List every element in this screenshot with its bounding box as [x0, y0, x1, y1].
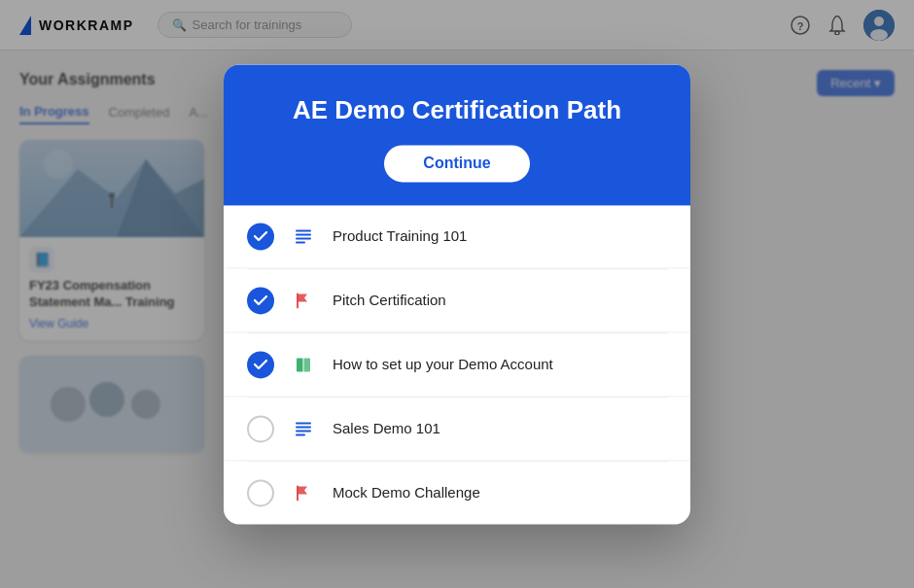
check-circle-2 — [247, 287, 274, 314]
svg-rect-29 — [303, 358, 310, 371]
course-icon-book-3 — [290, 351, 317, 378]
course-name-4: Sales Demo 101 — [333, 421, 440, 437]
modal-body: Product Training 101 Pitch Certifica — [224, 205, 690, 524]
course-icon-flag-5 — [290, 479, 317, 506]
course-icon-flag-2 — [290, 287, 317, 314]
svg-rect-28 — [297, 358, 303, 371]
svg-rect-31 — [296, 426, 311, 428]
modal-header: AE Demo Certification Path Continue — [224, 64, 690, 205]
check-circle-1 — [247, 223, 274, 250]
course-item-3: How to set up your Demo Account — [224, 333, 690, 397]
course-list: Product Training 101 Pitch Certifica — [224, 205, 690, 524]
course-item-5: Mock Demo Challenge — [224, 462, 690, 524]
course-name-3: How to set up your Demo Account — [333, 357, 553, 373]
empty-circle-5 — [247, 479, 274, 506]
continue-button[interactable]: Continue — [384, 145, 529, 182]
svg-rect-25 — [296, 233, 311, 235]
course-icon-list-1 — [290, 223, 317, 250]
check-circle-3 — [247, 351, 274, 378]
svg-rect-27 — [296, 241, 305, 243]
certification-modal: AE Demo Certification Path Continue — [224, 64, 690, 524]
course-item-1: Product Training 101 — [224, 205, 690, 268]
empty-circle-4 — [247, 415, 274, 442]
course-item-4: Sales Demo 101 — [224, 398, 690, 461]
course-name-1: Product Training 101 — [333, 228, 467, 245]
svg-rect-26 — [296, 237, 311, 239]
svg-rect-30 — [296, 422, 311, 424]
course-name-5: Mock Demo Challenge — [333, 485, 480, 502]
svg-rect-33 — [296, 433, 305, 435]
course-name-2: Pitch Certification — [333, 293, 446, 309]
modal-title: AE Demo Certification Path — [247, 95, 667, 125]
course-icon-list-4 — [290, 415, 317, 442]
course-item-2: Pitch Certification — [224, 269, 690, 332]
svg-rect-32 — [296, 430, 311, 432]
svg-rect-24 — [296, 229, 311, 231]
